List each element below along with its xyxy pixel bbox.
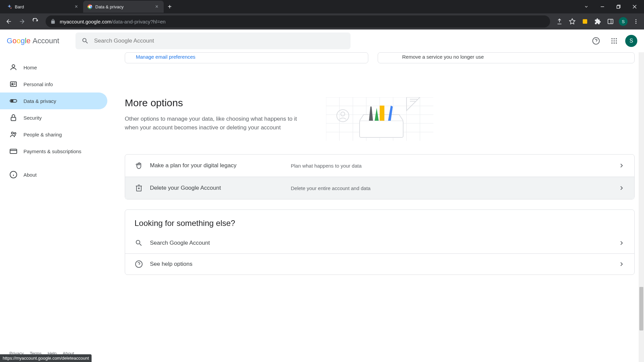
sidebar-item-label: Payments & subscriptions [23,148,82,154]
sidebar-item-payments[interactable]: Payments & subscriptions [0,143,107,160]
extension-notif-icon[interactable] [580,16,590,27]
svg-rect-50 [380,106,384,121]
page-content: Google Account S Home Personal info [0,29,644,362]
tab-data-privacy[interactable]: Data & privacy × [83,1,164,13]
payments-icon [9,147,17,155]
google-account-logo[interactable]: Google Account [7,37,59,45]
sidebar-item-label: Home [23,65,37,70]
tab-bar: Bard × Data & privacy × + [0,0,644,13]
chrome-menu-icon[interactable] [631,16,641,27]
svg-rect-49 [360,121,403,137]
minimize-icon[interactable] [596,1,609,12]
svg-rect-29 [10,149,17,154]
bard-favicon-icon [7,4,12,9]
hand-icon [135,161,143,170]
new-tab-button[interactable]: + [164,3,176,11]
address-bar[interactable]: myaccount.google.com/data-and-privacy?hl… [46,15,550,27]
tab-dropdown-icon[interactable] [580,1,593,12]
search-box[interactable] [75,33,351,49]
info-icon [9,171,17,179]
svg-point-8 [636,19,637,20]
svg-point-17 [616,40,617,42]
maximize-icon[interactable] [612,1,625,12]
google-favicon-icon [87,4,93,9]
email-prefs-card[interactable]: Manage email preferences [125,52,368,63]
browser-chrome: Bard × Data & privacy × + myaccount.goog… [0,0,644,29]
sidebar-item-label: About [23,172,37,178]
svg-point-13 [613,38,615,40]
search-icon [135,239,143,247]
more-options-header: More options Other options to manage you… [125,97,635,141]
looking-else-title: Looking for something else? [125,210,634,233]
svg-point-23 [12,83,13,84]
row-title: Make a plan for your digital legacy [150,162,284,169]
svg-point-27 [11,132,13,134]
toolbar-right: S [554,16,641,27]
back-button[interactable] [3,15,15,27]
svg-point-25 [11,100,13,102]
sidebar: Home Personal info Data & privacy Securi… [0,52,107,362]
header-right: S [589,34,637,48]
close-icon[interactable] [628,1,641,12]
chevron-right-icon [618,162,625,169]
sidebar-item-about[interactable]: About [0,166,107,183]
row-description: Delete your entire account and data [291,185,611,191]
scrollbar-thumb[interactable] [639,287,643,330]
chevron-right-icon [618,240,625,246]
search-input[interactable] [94,38,344,44]
logo-account-text: Account [33,37,59,45]
tab-close-icon[interactable]: × [154,3,160,10]
scrollbar[interactable] [639,52,644,362]
share-icon[interactable] [554,16,565,27]
remove-service-card[interactable]: Remove a service you no longer use [378,52,635,63]
search-account-row[interactable]: Search Google Account [125,233,634,254]
tab-bard[interactable]: Bard × [3,1,83,13]
svg-point-19 [613,43,615,44]
reload-button[interactable] [30,15,42,27]
extensions-icon[interactable] [592,16,603,27]
svg-point-48 [341,112,345,116]
cutoff-cards: Manage email preferences Remove a servic… [125,52,635,64]
chrome-profile-button[interactable]: S [618,16,629,27]
svg-point-10 [636,23,637,24]
sidebar-item-people-sharing[interactable]: People & sharing [0,126,107,143]
svg-rect-5 [583,19,587,23]
svg-point-16 [613,40,615,42]
sidebar-item-label: Security [23,115,42,121]
delete-account-row[interactable]: Delete your Google Account Delete your e… [125,177,634,199]
tab-close-icon[interactable]: × [73,3,79,10]
chevron-right-icon [618,185,625,191]
tab-title: Data & privacy [95,4,151,9]
home-icon [9,63,17,71]
section-description: Other options to manage your data, like … [125,115,306,132]
row-description: Plan what happens to your data [291,163,611,169]
main-content: Manage email preferences Remove a servic… [107,52,644,362]
svg-point-28 [14,133,16,134]
remove-service-text: Remove a service you no longer use [402,54,484,60]
sidebar-item-data-privacy[interactable]: Data & privacy [0,93,107,109]
sidebar-item-security[interactable]: Security [0,109,107,126]
account-avatar[interactable]: S [625,35,637,47]
toolbox-illustration [326,97,433,141]
apps-icon[interactable] [607,34,621,48]
svg-point-9 [636,21,637,22]
svg-point-12 [611,38,613,40]
search-icon [82,37,89,45]
row-title: See help options [150,261,284,267]
url-text: myaccount.google.com/data-and-privacy?hl… [60,19,166,24]
svg-rect-6 [608,19,613,23]
app-header: Google Account S [0,29,644,52]
help-options-row[interactable]: See help options [125,254,634,275]
lock-icon [50,19,56,24]
sidebar-item-home[interactable]: Home [0,59,107,76]
delete-icon [135,184,143,192]
bookmark-icon[interactable] [567,16,578,27]
manage-email-link[interactable]: Manage email preferences [136,54,196,60]
forward-button[interactable] [16,15,28,27]
svg-rect-22 [10,82,16,86]
digital-legacy-row[interactable]: Make a plan for your digital legacy Plan… [125,155,634,177]
help-icon[interactable] [589,34,603,48]
sidebar-item-personal-info[interactable]: Personal info [0,76,107,93]
side-panel-icon[interactable] [605,16,616,27]
data-privacy-icon [9,97,17,105]
